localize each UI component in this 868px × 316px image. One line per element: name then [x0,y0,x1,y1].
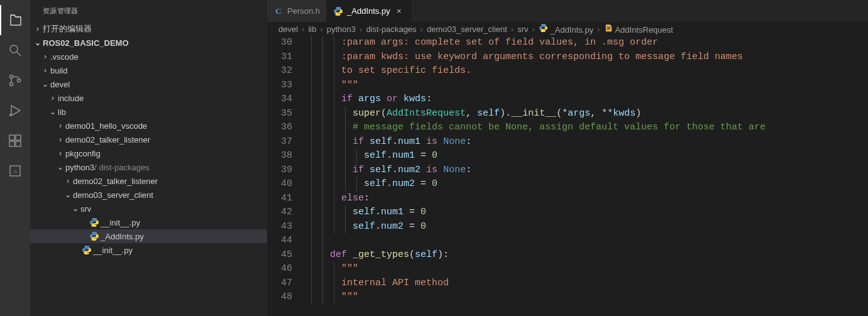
folder-item[interactable]: ›demo02_talker_listener [30,133,267,146]
svg-text:⚠: ⚠ [13,169,18,175]
svg-point-14 [96,225,96,226]
breadcrumb-item[interactable]: python3 [327,25,356,34]
explorer-icon[interactable] [0,5,30,35]
file-tree[interactable]: ›.vscode›build⌄devel›include⌄lib›demo01_… [30,50,267,316]
file-icon [333,6,343,16]
svg-point-17 [85,246,85,247]
breadcrumbs[interactable]: devel›lib›python3›dist-packages›demo03_s… [267,22,868,36]
tab-label: _AddInts.py [347,6,390,16]
search-icon[interactable] [0,35,30,65]
tab-label: Person.h [287,6,320,16]
project-section[interactable]: ⌄ROS02_BASIC_DEMO [30,36,267,50]
svg-point-18 [88,253,89,253]
svg-point-3 [10,83,13,86]
svg-point-22 [544,31,545,31]
folder-item[interactable]: ›pkgconfig [30,146,267,160]
svg-point-4 [18,79,21,82]
extensions-icon[interactable] [0,126,30,156]
svg-rect-8 [9,141,14,146]
sidebar: 资源管理器 ›打开的编辑器 ⌄ROS02_BASIC_DEMO ›.vscode… [30,0,267,316]
activity-bar: ⚠ [0,0,30,316]
file-icon: C [273,6,283,16]
source-control-icon[interactable] [0,65,30,95]
editor-area: CPerson.h_AddInts.py× devel›lib›python3›… [267,0,868,316]
code-area[interactable]: :param args: complete set of field value… [304,36,868,316]
ros-icon[interactable]: ⚠ [0,156,30,186]
svg-rect-10 [16,135,21,140]
breadcrumb-item[interactable]: demo03_server_client [427,25,507,34]
breadcrumb-item[interactable]: lib [308,25,316,34]
file-item[interactable]: __init__.py [30,215,267,229]
project-label: ROS02_BASIC_DEMO [43,38,129,48]
svg-line-1 [17,52,21,56]
svg-marker-5 [11,106,20,116]
folder-item[interactable]: ⌄lib [30,105,267,119]
folder-item[interactable]: ⌄demo03_server_client [30,188,267,202]
editor[interactable]: 30313233343536373839404142434445464748 :… [267,36,868,316]
breadcrumb-item[interactable]: devel [278,25,298,34]
svg-point-21 [541,25,542,25]
svg-point-2 [10,75,13,79]
tab-_AddInts-py[interactable]: _AddInts.py× [327,0,411,22]
svg-point-15 [92,232,93,233]
tab-bar: CPerson.h_AddInts.py× [267,0,868,22]
folder-item[interactable]: ›demo02_talker_listener [30,174,267,188]
folder-item[interactable]: ⌄devel [30,77,267,91]
svg-point-0 [10,45,18,53]
svg-point-16 [96,239,96,239]
svg-rect-7 [9,135,14,140]
folder-item[interactable]: ›demo01_hello_vscode [30,119,267,133]
file-item[interactable]: _AddInts.py [30,229,267,243]
breadcrumb-item[interactable]: srv [517,25,528,34]
folder-item[interactable]: ›.vscode [30,50,267,63]
folder-item[interactable]: ⌄srv [30,202,267,215]
folder-item[interactable]: ›build [30,63,267,77]
svg-point-6 [9,114,12,116]
sidebar-title: 资源管理器 [30,0,267,22]
folder-item[interactable]: ›include [30,91,267,105]
svg-rect-9 [16,141,21,146]
close-icon[interactable]: × [394,6,404,16]
open-editors-section[interactable]: ›打开的编辑器 [30,22,267,36]
file-item[interactable]: __init__.py [30,243,267,257]
svg-point-13 [92,219,93,219]
folder-item[interactable]: ⌄python3 / dist-packages [30,160,267,174]
svg-point-19 [336,8,337,8]
svg-point-20 [339,14,340,14]
open-editors-label: 打开的编辑器 [43,23,92,35]
breadcrumb-item[interactable]: dist-packages [366,25,416,34]
run-icon[interactable] [0,95,30,126]
breadcrumb-item[interactable]: _AddInts.py [539,23,593,35]
tab-Person-h[interactable]: CPerson.h [267,0,327,22]
line-gutter: 30313233343536373839404142434445464748 [267,36,304,316]
breadcrumb-item[interactable]: AddIntsRequest [604,23,673,35]
